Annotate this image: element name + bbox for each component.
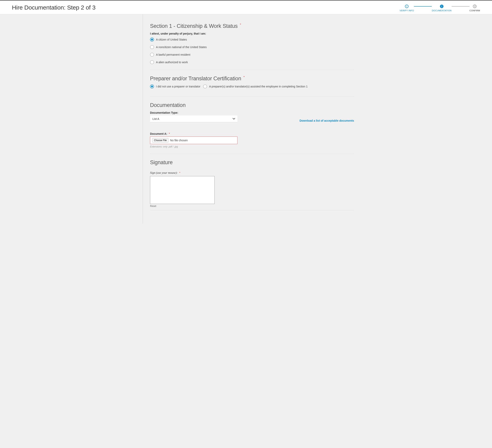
- page-header: Hire Documentation: Step 2 of 3 1 VERIFY…: [0, 0, 492, 14]
- radio-icon: [150, 38, 154, 42]
- form-content: Section 1 - Citizenship & Work Status * …: [143, 14, 361, 224]
- attest-statement: I attest, under penalty of perjury, that…: [150, 32, 354, 35]
- required-star-icon: *: [179, 171, 180, 174]
- step-circle-3: 3: [473, 5, 476, 8]
- document-a-label-text: Document A:: [150, 132, 167, 135]
- step-connector-1: [414, 6, 432, 7]
- section1-title-text: Section 1 - Citizenship & Work Status: [150, 23, 238, 29]
- document-a-label: Document A: *: [150, 132, 354, 135]
- documentation-type-value: List A: [150, 115, 237, 122]
- documentation-title: Documentation: [150, 102, 354, 108]
- citizenship-option-alien-authorized[interactable]: A alien authorized to work: [150, 60, 354, 64]
- section1-title: Section 1 - Citizenship & Work Status *: [150, 23, 354, 29]
- preparer-title: Preparer and/or Translator Certification…: [150, 75, 354, 82]
- document-a-block: Document A: * Choose File No file chosen…: [150, 132, 354, 148]
- radio-label: A citizen of United States: [156, 38, 187, 41]
- step-label-1: VERIFY INFO: [400, 9, 414, 12]
- step-label-3: CONFIRM: [470, 9, 480, 12]
- step-verify-info[interactable]: 1 VERIFY INFO: [400, 5, 414, 12]
- preparer-title-text: Preparer and/or Translator Certification: [150, 75, 241, 82]
- page-title: Hire Documentation: Step 2 of 3: [12, 4, 96, 11]
- signature-field-label: Sign (use your mouse): *: [150, 171, 354, 175]
- radio-icon: [150, 84, 154, 88]
- download-acceptable-docs-link[interactable]: Download a list of acceptable documents: [299, 119, 354, 122]
- radio-icon: [203, 84, 207, 88]
- section-divider: [150, 70, 354, 70]
- step-circle-1: 1: [405, 5, 409, 8]
- radio-icon: [150, 60, 154, 64]
- citizenship-option-citizen[interactable]: A citizen of United States: [150, 38, 354, 42]
- progress-stepper: 1 VERIFY INFO 2 DOCUMENTATION 3 CONFIRM: [400, 4, 480, 12]
- radio-label: I did not use a preparer or translator: [156, 85, 200, 88]
- required-star-icon: *: [169, 132, 170, 135]
- documentation-type-row: Documentation Type: List A Download a li…: [150, 111, 354, 122]
- section-divider: [150, 96, 354, 97]
- documentation-type-select[interactable]: List A: [150, 115, 237, 122]
- signature-canvas[interactable]: [150, 176, 215, 204]
- step-label-2: DOCUMENTATION: [432, 9, 451, 12]
- step-connector-2: [452, 6, 470, 7]
- preparer-options: I did not use a preparer or translator A…: [150, 84, 354, 88]
- required-star-icon: *: [243, 75, 245, 79]
- radio-label: A alien authorized to work: [156, 61, 188, 64]
- citizenship-option-noncitizen-national[interactable]: A noncitizen national of the United Stat…: [150, 45, 354, 49]
- radio-label: A preparer(s) and/or translator(s) assis…: [209, 85, 308, 88]
- signature-reset-link[interactable]: Reset: [150, 205, 156, 208]
- preparer-option-yes[interactable]: A preparer(s) and/or translator(s) assis…: [203, 84, 308, 88]
- radio-label: A noncitizen national of the United Stat…: [156, 45, 207, 49]
- signature-title: Signature: [150, 159, 354, 166]
- step-confirm[interactable]: 3 CONFIRM: [470, 5, 480, 12]
- required-star-icon: *: [240, 23, 241, 26]
- preparer-option-no[interactable]: I did not use a preparer or translator: [150, 84, 200, 88]
- choose-file-button[interactable]: Choose File: [152, 138, 168, 143]
- citizenship-option-permanent-resident[interactable]: A lawful permanent resident: [150, 53, 354, 57]
- step-documentation[interactable]: 2 DOCUMENTATION: [432, 5, 451, 12]
- section-divider: [150, 154, 354, 154]
- file-chosen-status: No file chosen: [170, 139, 188, 142]
- radio-icon: [150, 53, 154, 57]
- documentation-type-label: Documentation Type:: [150, 111, 237, 114]
- file-extensions-hint: Extensions: only .pdf / .jpg: [150, 145, 354, 148]
- signature-label-text: Sign (use your mouse):: [150, 171, 178, 174]
- radio-label: A lawful permanent resident: [156, 53, 190, 56]
- radio-icon: [150, 45, 154, 49]
- document-a-file-input[interactable]: Choose File No file chosen: [150, 136, 237, 144]
- step-circle-2: 2: [440, 5, 443, 8]
